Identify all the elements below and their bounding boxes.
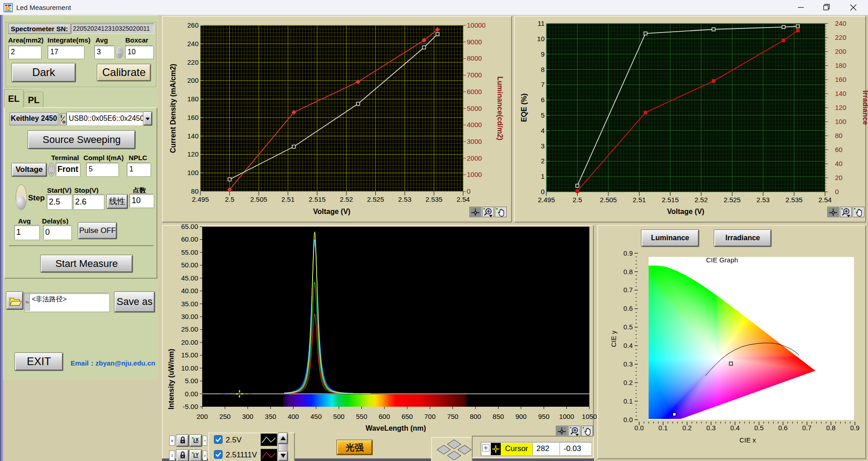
svg-text:4: 4 xyxy=(541,127,545,134)
svg-text:0.8: 0.8 xyxy=(826,424,836,432)
svg-text:0: 0 xyxy=(467,187,470,195)
svg-text:20: 20 xyxy=(835,174,843,181)
svg-text:250: 250 xyxy=(219,413,231,420)
svg-text:50.00: 50.00 xyxy=(181,261,198,269)
svg-text:8000: 8000 xyxy=(467,54,482,62)
svg-text:850: 850 xyxy=(493,413,504,420)
svg-text:2.54: 2.54 xyxy=(818,196,831,204)
svg-text:240: 240 xyxy=(835,19,846,27)
svg-text:3: 3 xyxy=(541,142,545,150)
svg-text:0.0: 0.0 xyxy=(623,416,633,423)
svg-text:2.53: 2.53 xyxy=(398,195,411,203)
svg-text:140: 140 xyxy=(835,90,846,97)
svg-text:Voltage (V): Voltage (V) xyxy=(667,208,704,215)
svg-text:240: 240 xyxy=(187,40,199,48)
svg-text:2.505: 2.505 xyxy=(600,196,617,204)
svg-text:120: 120 xyxy=(835,104,846,111)
svg-text:0.2: 0.2 xyxy=(683,424,692,432)
svg-text:6000: 6000 xyxy=(467,88,482,95)
svg-text:0.6: 0.6 xyxy=(778,424,788,432)
svg-text:10000: 10000 xyxy=(467,21,486,29)
svg-text:10.00: 10.00 xyxy=(181,364,198,372)
svg-text:0.00: 0.00 xyxy=(185,390,198,398)
svg-text:0.2: 0.2 xyxy=(623,379,633,386)
svg-text:100: 100 xyxy=(835,118,846,125)
svg-text:4000: 4000 xyxy=(467,121,482,128)
svg-text:45.00: 45.00 xyxy=(181,274,198,282)
svg-text:0.5: 0.5 xyxy=(754,424,764,432)
svg-text:0: 0 xyxy=(835,188,839,195)
svg-text:0.7: 0.7 xyxy=(802,424,812,432)
svg-text:220: 220 xyxy=(187,58,199,66)
svg-text:0.9: 0.9 xyxy=(623,249,633,257)
svg-text:WaveLength (nm): WaveLength (nm) xyxy=(365,424,426,432)
svg-text:Voltage (V): Voltage (V) xyxy=(313,208,350,215)
svg-text:120: 120 xyxy=(187,150,199,158)
svg-text:25.00: 25.00 xyxy=(181,325,198,333)
svg-text:60: 60 xyxy=(835,146,843,153)
svg-text:40: 40 xyxy=(835,160,843,167)
svg-text:9000: 9000 xyxy=(467,38,482,46)
svg-text:200: 200 xyxy=(835,48,846,55)
svg-text:2.515: 2.515 xyxy=(662,196,679,204)
svg-text:750: 750 xyxy=(447,413,458,420)
svg-text:800: 800 xyxy=(470,413,481,420)
svg-text:350: 350 xyxy=(265,413,276,420)
svg-text:550: 550 xyxy=(356,413,367,420)
svg-text:0.8: 0.8 xyxy=(623,268,633,276)
svg-text:160: 160 xyxy=(187,114,199,121)
svg-text:2.515: 2.515 xyxy=(308,195,326,203)
svg-text:200: 200 xyxy=(196,413,208,420)
svg-text:Current Density (mA/cm2): Current Density (mA/cm2) xyxy=(169,64,177,153)
svg-text:2.51: 2.51 xyxy=(633,196,646,204)
svg-text:80: 80 xyxy=(191,187,199,195)
svg-text:CIE y: CIE y xyxy=(610,330,617,347)
svg-text:450: 450 xyxy=(310,413,322,420)
svg-text:180: 180 xyxy=(835,62,846,69)
svg-text:15.00: 15.00 xyxy=(181,351,198,359)
svg-text:80: 80 xyxy=(835,132,843,139)
svg-text:900: 900 xyxy=(515,413,526,420)
svg-text:2.51: 2.51 xyxy=(281,195,294,203)
svg-text:55.00: 55.00 xyxy=(181,248,198,256)
svg-text:11: 11 xyxy=(537,19,545,27)
svg-text:2.495: 2.495 xyxy=(538,196,555,204)
svg-text:0.4: 0.4 xyxy=(623,342,633,349)
svg-text:X: X xyxy=(195,437,199,442)
svg-text:65.00: 65.00 xyxy=(181,223,198,230)
svg-text:0.3: 0.3 xyxy=(623,360,633,368)
svg-text:260: 260 xyxy=(187,21,199,29)
svg-text:650: 650 xyxy=(402,413,413,420)
svg-text:CIE x: CIE x xyxy=(740,436,756,444)
svg-text:2.495: 2.495 xyxy=(192,195,209,203)
svg-text:5000: 5000 xyxy=(467,105,482,112)
svg-text:5.00: 5.00 xyxy=(185,377,198,385)
svg-text:7: 7 xyxy=(541,81,545,88)
svg-text:2.52: 2.52 xyxy=(340,195,353,203)
svg-text:300: 300 xyxy=(242,413,253,420)
svg-text:60.00: 60.00 xyxy=(181,235,198,243)
svg-text:220: 220 xyxy=(835,33,846,41)
svg-text:160: 160 xyxy=(835,76,846,83)
svg-text:I: I xyxy=(61,114,62,119)
svg-text:2.535: 2.535 xyxy=(426,195,443,203)
svg-text:1000: 1000 xyxy=(559,413,574,420)
svg-text:2.53: 2.53 xyxy=(756,196,769,204)
svg-text:2.5: 2.5 xyxy=(573,196,582,204)
svg-text:10: 10 xyxy=(537,35,545,43)
svg-text:-5.00: -5.00 xyxy=(183,403,198,410)
svg-text:2.525: 2.525 xyxy=(367,195,384,203)
svg-text:400: 400 xyxy=(288,413,299,420)
svg-text:9: 9 xyxy=(541,50,545,58)
svg-text:2.52: 2.52 xyxy=(695,196,708,204)
svg-text:0.0: 0.0 xyxy=(635,424,644,432)
svg-text:5: 5 xyxy=(541,111,545,119)
svg-text:1000: 1000 xyxy=(467,171,482,178)
svg-text:Y: Y xyxy=(195,452,199,457)
svg-text:2.5: 2.5 xyxy=(225,195,234,203)
svg-text:1050: 1050 xyxy=(582,413,597,420)
svg-text:0: 0 xyxy=(541,188,545,195)
svg-text:o: o xyxy=(62,119,66,124)
svg-text:2.54: 2.54 xyxy=(456,195,470,203)
svg-text:180: 180 xyxy=(187,95,199,103)
